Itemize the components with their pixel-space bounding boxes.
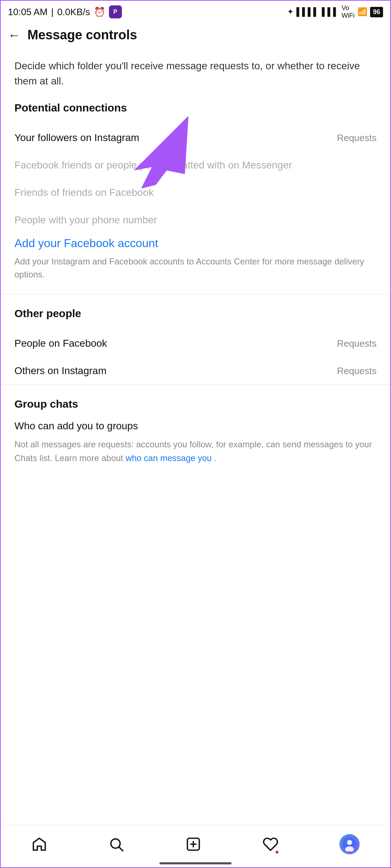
followers-label: Your followers on Instagram (14, 132, 337, 144)
alarm-icon: ⏰ (94, 6, 105, 18)
heart-icon (263, 836, 278, 852)
status-right-icons: ✦ ▌▌▌▌ ▌▌▌ VoWiFi 📶 96 (287, 4, 383, 19)
bottom-navigation (1, 824, 390, 867)
section-divider-1 (1, 294, 390, 294)
add-facebook-button[interactable]: Add your Facebook account (14, 237, 377, 250)
wifi-icon: 📶 (357, 7, 367, 17)
people-fb-label: People on Facebook (14, 338, 337, 349)
group-chats-title: Group chats (14, 398, 377, 410)
svg-point-7 (347, 840, 352, 845)
other-people-section: Other people People on Facebook Requests… (14, 307, 377, 385)
others-ig-action[interactable]: Requests (337, 365, 377, 377)
list-item-friends-of-friends: Friends of friends on Facebook (14, 179, 377, 206)
status-bar: 10:05 AM | 0.0KB/s ⏰ P ✦ ▌▌▌▌ ▌▌▌ VoWiFi… (1, 1, 390, 22)
group-chats-section: Group chats Who can add you to groups No… (14, 398, 377, 523)
home-indicator (159, 862, 232, 864)
footer-note-end: . (214, 453, 217, 463)
page-title: Message controls (27, 27, 137, 43)
who-can-message-link[interactable]: who can message you (126, 453, 212, 463)
potential-connections-section: Potential connections Your followers on … (14, 102, 377, 281)
nav-item-home[interactable] (31, 836, 47, 852)
svg-line-2 (119, 847, 123, 851)
footer-note: Not all messages are requests: accounts … (14, 438, 377, 465)
phonepe-icon: P (109, 5, 122, 18)
list-item-phone-number: People with your phone number (14, 206, 377, 234)
time-display: 10:05 AM (8, 6, 48, 18)
potential-connections-title: Potential connections (14, 102, 377, 114)
activity-notification-dot (276, 851, 278, 854)
people-fb-action[interactable]: Requests (337, 338, 377, 349)
signal-bars-2: ▌▌▌ (322, 7, 339, 17)
other-people-title: Other people (14, 307, 377, 320)
followers-action[interactable]: Requests (337, 132, 377, 144)
nav-item-create[interactable] (185, 836, 201, 852)
section-divider-2 (1, 385, 390, 385)
list-item-people-fb[interactable]: People on Facebook Requests (14, 330, 377, 357)
vowifi-icon: VoWiFi (342, 4, 355, 19)
speed-display: | (51, 6, 54, 18)
phone-number-label: People with your phone number (14, 214, 377, 226)
home-icon (31, 836, 47, 852)
status-time-speed: 10:05 AM | 0.0KB/s ⏰ P (8, 5, 122, 18)
battery-indicator: 96 (370, 7, 383, 17)
list-item-followers[interactable]: Your followers on Instagram Requests (14, 124, 377, 152)
fb-friends-label: Facebook friends or people you've chatte… (14, 159, 377, 171)
profile-avatar (339, 834, 360, 854)
friends-of-friends-label: Friends of friends on Facebook (14, 187, 377, 198)
back-button[interactable]: ← (8, 29, 20, 41)
search-icon (108, 836, 124, 852)
nav-item-search[interactable] (108, 836, 124, 852)
network-speed: 0.0KB/s (57, 6, 90, 18)
page-description: Decide which folder you'll receive messa… (14, 58, 377, 89)
nav-item-activity[interactable] (263, 836, 278, 852)
list-item-others-ig[interactable]: Others on Instagram Requests (14, 357, 377, 385)
add-facebook-description: Add your Instagram and Facebook accounts… (14, 255, 377, 281)
who-can-add-label: Who can add you to groups (14, 420, 377, 432)
signal-bars-1: ▌▌▌▌ (296, 7, 319, 17)
avatar-image (342, 837, 357, 851)
list-item-fb-friends: Facebook friends or people you've chatte… (14, 152, 377, 179)
nav-item-profile[interactable] (339, 834, 360, 854)
others-ig-label: Others on Instagram (14, 365, 337, 377)
page-header: ← Message controls (1, 22, 390, 50)
main-content: Decide which folder you'll receive messa… (1, 58, 390, 523)
create-icon (185, 836, 201, 852)
bluetooth-icon: ✦ (287, 7, 294, 17)
